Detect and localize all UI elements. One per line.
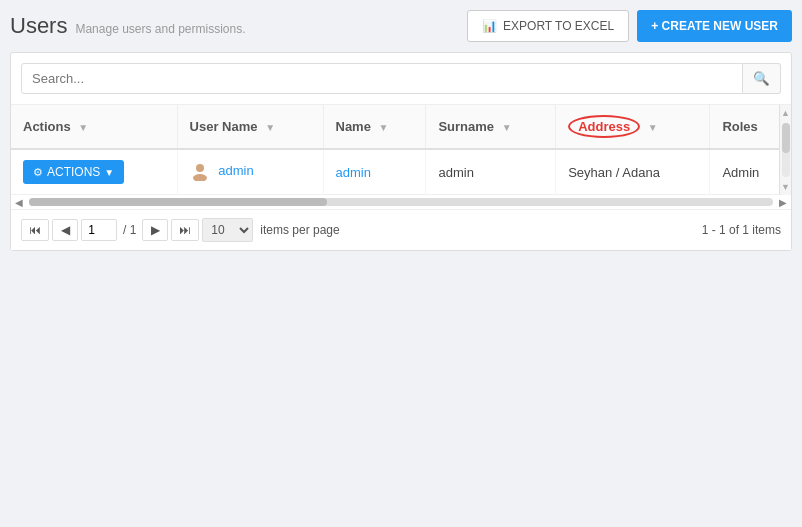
per-page-label: items per page xyxy=(260,223,339,237)
col-address: Address ▼ xyxy=(556,105,710,149)
create-user-button[interactable]: + CREATE NEW USER xyxy=(637,10,792,42)
last-page-button[interactable]: ⏭ xyxy=(171,219,199,241)
cell-address: Seyhan / Adana xyxy=(556,149,710,195)
page-title: Users xyxy=(10,13,67,39)
header-buttons: 📊 EXPORT TO EXCEL + CREATE NEW USER xyxy=(467,10,792,42)
scroll-left-arrow[interactable]: ◀ xyxy=(15,197,23,208)
address-circle-highlight: Address xyxy=(568,115,640,138)
sort-icon-surname[interactable]: ▼ xyxy=(502,122,512,133)
search-input[interactable] xyxy=(21,63,743,94)
table-wrapper: Actions ▼ User Name ▼ Name ▼ xyxy=(11,105,791,195)
vertical-scrollbar[interactable]: ▲ ▼ xyxy=(779,105,791,195)
search-icon: 🔍 xyxy=(753,71,770,86)
current-page-input[interactable] xyxy=(81,219,117,241)
svg-point-0 xyxy=(196,164,204,172)
cell-surname: admin xyxy=(426,149,556,195)
excel-icon: 📊 xyxy=(482,19,497,33)
export-label: EXPORT TO EXCEL xyxy=(503,19,614,33)
actions-label: ACTIONS xyxy=(47,165,100,179)
col-actions: Actions ▼ xyxy=(11,105,177,149)
pagination-summary: 1 - 1 of 1 items xyxy=(702,223,781,237)
total-pages-label: / 1 xyxy=(123,223,136,237)
sort-icon-name[interactable]: ▼ xyxy=(379,122,389,133)
cell-actions: ⚙ ACTIONS ▼ xyxy=(11,149,177,195)
sort-icon-username[interactable]: ▼ xyxy=(265,122,275,133)
scroll-up-button[interactable]: ▲ xyxy=(778,105,793,121)
pagination: ⏮ ◀ / 1 ▶ ⏭ 10 25 50 100 items per page … xyxy=(11,209,791,250)
actions-button[interactable]: ⚙ ACTIONS ▼ xyxy=(23,160,124,184)
scroll-thumb xyxy=(782,123,790,153)
title-area: Users Manage users and permissions. xyxy=(10,13,246,39)
user-avatar-icon xyxy=(190,161,210,181)
col-name: Name ▼ xyxy=(323,105,426,149)
scroll-right-arrow[interactable]: ▶ xyxy=(779,197,787,208)
cell-name: admin xyxy=(323,149,426,195)
items-summary: 1 - 1 of 1 items xyxy=(702,223,781,237)
table-row: ⚙ ACTIONS ▼ admin xyxy=(11,149,791,195)
horizontal-scroll-area: ◀ ▶ xyxy=(11,195,791,209)
search-bar: 🔍 xyxy=(11,53,791,105)
page-header: Users Manage users and permissions. 📊 EX… xyxy=(10,10,792,42)
main-panel: 🔍 Actions ▼ User Name ▼ xyxy=(10,52,792,251)
col-username: User Name ▼ xyxy=(177,105,323,149)
table-header-row: Actions ▼ User Name ▼ Name ▼ xyxy=(11,105,791,149)
per-page-select[interactable]: 10 25 50 100 xyxy=(202,218,253,242)
export-button[interactable]: 📊 EXPORT TO EXCEL xyxy=(467,10,629,42)
users-table: Actions ▼ User Name ▼ Name ▼ xyxy=(11,105,791,195)
scroll-track xyxy=(782,123,790,177)
prev-page-button[interactable]: ◀ xyxy=(52,219,78,241)
search-button[interactable]: 🔍 xyxy=(743,63,781,94)
pagination-controls: ⏮ ◀ / 1 ▶ ⏭ 10 25 50 100 items per page xyxy=(21,218,340,242)
next-page-button[interactable]: ▶ xyxy=(142,219,168,241)
first-page-button[interactable]: ⏮ xyxy=(21,219,49,241)
svg-point-1 xyxy=(193,174,207,181)
caret-icon: ▼ xyxy=(104,167,114,178)
table-container: Actions ▼ User Name ▼ Name ▼ xyxy=(11,105,791,195)
gear-icon: ⚙ xyxy=(33,166,43,179)
scroll-down-button[interactable]: ▼ xyxy=(778,179,793,195)
name-link[interactable]: admin xyxy=(336,165,371,180)
create-label: + CREATE NEW USER xyxy=(651,19,778,33)
sort-icon-address[interactable]: ▼ xyxy=(648,122,658,133)
cell-username: admin xyxy=(177,149,323,195)
col-surname: Surname ▼ xyxy=(426,105,556,149)
username-link[interactable]: admin xyxy=(218,163,253,178)
sort-icon-actions[interactable]: ▼ xyxy=(78,122,88,133)
page-subtitle: Manage users and permissions. xyxy=(75,22,245,36)
